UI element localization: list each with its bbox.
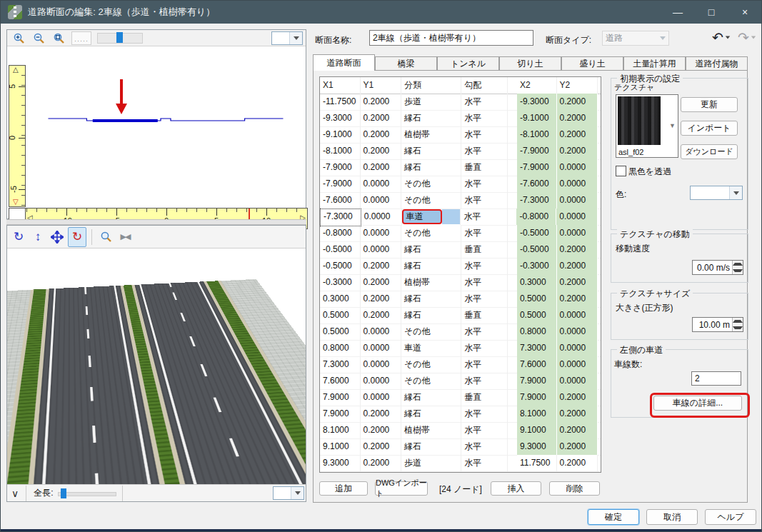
table-cell[interactable]: 0.5000: [517, 291, 557, 308]
table-cell[interactable]: [598, 340, 601, 357]
table-cell[interactable]: 0.0000: [361, 389, 401, 406]
undo-button[interactable]: ↶: [712, 31, 731, 44]
table-cell[interactable]: [508, 323, 517, 341]
table-cell[interactable]: 0.0000: [557, 176, 598, 193]
speed-spinner[interactable]: 0.00 m/s: [692, 260, 743, 275]
section-table[interactable]: X1Y1分類勾配X2Y2 -11.75000.2000歩道水平-9.30000.…: [319, 76, 601, 473]
table-cell[interactable]: 水平: [461, 192, 508, 209]
table-row[interactable]: 7.60000.0000その他水平7.90000.0000: [320, 373, 601, 389]
table-cell[interactable]: 水平: [461, 455, 508, 472]
table-cell[interactable]: [598, 94, 601, 111]
table-cell[interactable]: -0.5000: [320, 258, 361, 275]
table-row[interactable]: 0.50000.0000その他水平0.80000.0000: [320, 323, 601, 340]
delete-button[interactable]: 削除: [549, 481, 600, 496]
table-cell[interactable]: -7.3000: [517, 192, 557, 209]
table-cell[interactable]: 0.2000: [361, 110, 401, 127]
table-cell[interactable]: 0.2000: [557, 94, 598, 111]
tab-road-section[interactable]: 道路断面: [313, 54, 375, 71]
table-cell[interactable]: 11.7500: [517, 455, 557, 472]
table-cell[interactable]: 水平: [461, 258, 508, 275]
table-cell[interactable]: 0.2000: [361, 94, 401, 111]
table-row[interactable]: 0.50000.2000縁石垂直0.50000.0000: [320, 307, 601, 323]
table-cell[interactable]: 9.1000: [517, 422, 557, 439]
table-cell[interactable]: 0.2000: [361, 422, 401, 439]
table-cell[interactable]: 0.0000: [361, 176, 401, 193]
slider-thumb[interactable]: [61, 488, 66, 498]
table-cell[interactable]: 0.0000: [361, 373, 401, 390]
tab-road-accessory[interactable]: 道路付属物: [686, 56, 748, 70]
table-cell[interactable]: 7.6000: [517, 356, 557, 373]
table-cell[interactable]: 0.2000: [557, 389, 598, 406]
table-cell[interactable]: [598, 159, 601, 176]
cancel-button[interactable]: 取消: [646, 509, 698, 525]
table-cell[interactable]: -7.9000: [320, 176, 361, 193]
perspective-toggle-icon[interactable]: ∨: [11, 488, 19, 499]
table-cell[interactable]: -0.3000: [320, 274, 361, 291]
table-cell[interactable]: [598, 126, 601, 144]
table-cell[interactable]: 水平: [461, 422, 508, 439]
texture-picker[interactable]: ▼ asl_f02: [616, 94, 678, 158]
table-cell[interactable]: 水平: [461, 274, 508, 291]
table-cell[interactable]: 垂直: [461, 307, 508, 324]
table-cell[interactable]: 8.1000: [517, 406, 557, 423]
color-combo[interactable]: [690, 186, 743, 200]
table-cell[interactable]: その他: [401, 176, 461, 193]
table-row[interactable]: 9.30000.2000歩道水平11.75000.2000: [320, 455, 601, 471]
slider-thumb[interactable]: [116, 32, 123, 43]
table-cell[interactable]: 0.2000: [361, 274, 401, 291]
table-cell[interactable]: 0.0000: [557, 373, 598, 390]
table-row[interactable]: -0.50000.2000縁石水平-0.30000.2000: [320, 258, 601, 274]
table-cell[interactable]: 植樹帯: [401, 422, 461, 439]
table-row[interactable]: 7.90000.0000縁石垂直7.90000.2000: [320, 389, 601, 406]
column-header[interactable]: [508, 77, 517, 94]
table-row[interactable]: -9.10000.2000植樹帯水平-8.10000.2000: [320, 126, 601, 143]
table-cell[interactable]: 0.8000: [517, 323, 557, 341]
ruler-up-arrow-icon[interactable]: △: [13, 66, 19, 74]
table-cell[interactable]: 水平: [461, 94, 508, 111]
table-cell[interactable]: 0.0000: [557, 307, 598, 324]
table-cell[interactable]: [598, 225, 601, 242]
table-cell[interactable]: 縁石: [401, 258, 461, 275]
camera-view-icon[interactable]: ▶◀: [116, 228, 134, 246]
table-cell[interactable]: [598, 274, 601, 291]
table-cell[interactable]: 水平: [461, 225, 508, 242]
table-cell[interactable]: 縁石: [401, 241, 461, 259]
table-cell[interactable]: その他: [401, 192, 461, 209]
lane-detail-button[interactable]: 車線の詳細...: [653, 396, 742, 411]
table-row[interactable]: -7.30000.0000車道水平-0.80000.0000: [320, 209, 601, 225]
table-cell[interactable]: 0.2000: [557, 143, 598, 160]
table-cell[interactable]: 植樹帯: [401, 274, 461, 291]
pan-icon[interactable]: [49, 228, 66, 246]
table-cell[interactable]: 0.2000: [557, 241, 598, 259]
table-cell[interactable]: 0.0000: [557, 225, 598, 242]
table-cell[interactable]: 水平: [461, 323, 508, 341]
table-row[interactable]: 9.10000.2000縁石水平9.30000.2000: [320, 438, 601, 455]
size-spinner[interactable]: 10.00 m: [692, 317, 743, 332]
table-cell[interactable]: 9.3000: [320, 455, 361, 472]
ruler-down-arrow-icon[interactable]: ▽: [13, 199, 19, 206]
confirm-button[interactable]: 確定: [588, 509, 639, 525]
table-cell[interactable]: 0.2000: [557, 274, 598, 291]
dwg-import-button[interactable]: DWGインポート: [375, 481, 428, 496]
table-cell[interactable]: 7.9000: [320, 406, 361, 423]
table-cell[interactable]: -7.9000: [320, 159, 361, 176]
column-header[interactable]: 勾配: [461, 77, 508, 94]
table-cell[interactable]: 0.2000: [361, 126, 401, 144]
table-row[interactable]: -7.90000.2000縁石垂直-7.90000.0000: [320, 159, 601, 176]
orbit-horizontal-icon[interactable]: ↻: [10, 228, 27, 246]
update-button[interactable]: 更新: [681, 97, 738, 112]
table-cell[interactable]: 歩道: [401, 455, 461, 472]
table-cell[interactable]: [508, 176, 517, 193]
zoom-fit-icon[interactable]: [51, 31, 66, 44]
table-row[interactable]: -11.75000.2000歩道水平-9.30000.2000: [320, 94, 601, 110]
table-cell[interactable]: 水平: [461, 143, 508, 160]
table-cell[interactable]: 9.1000: [320, 438, 361, 456]
tab-volume-calc[interactable]: 土量計算用: [623, 56, 686, 70]
table-cell[interactable]: -9.3000: [517, 94, 557, 111]
section-name-input[interactable]: [369, 30, 533, 46]
table-row[interactable]: -8.10000.2000縁石水平-7.90000.2000: [320, 143, 601, 159]
table-cell[interactable]: 水平: [461, 110, 508, 127]
table-cell[interactable]: -7.9000: [517, 143, 557, 160]
table-cell[interactable]: 0.0000: [557, 340, 598, 357]
table-cell[interactable]: [508, 274, 517, 291]
